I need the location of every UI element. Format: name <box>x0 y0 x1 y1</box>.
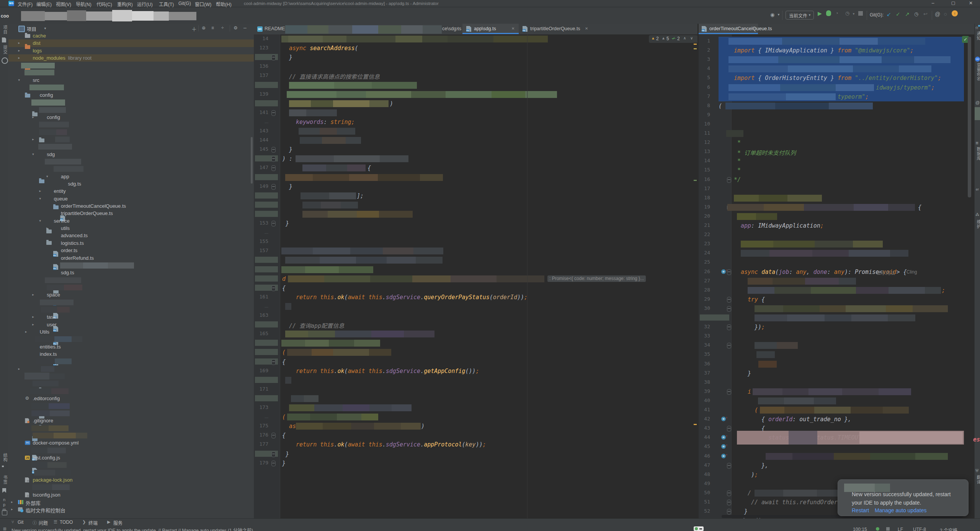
menu-item[interactable]: 文件(F) <box>18 1 33 7</box>
fold-marker[interactable] <box>727 426 731 432</box>
stripe-project[interactable]: 项目 <box>2 25 8 34</box>
bottom-tool-4[interactable]: 服务 <box>113 520 122 526</box>
fold-marker[interactable] <box>727 306 731 312</box>
tree-item-label[interactable]: jest.config.js <box>33 455 60 461</box>
tree-item-label[interactable]: node_modules <box>33 55 65 61</box>
tree-item-label[interactable]: 外部库 <box>26 499 41 507</box>
chevron-right-icon[interactable]: ▸ <box>11 500 13 504</box>
tree-item-label[interactable]: app <box>61 174 69 179</box>
chevron-right-icon[interactable]: ▸ <box>18 56 20 60</box>
stripe-notifications[interactable]: 通知 <box>975 31 980 41</box>
fold-marker[interactable] <box>727 389 731 395</box>
popup-restart-link[interactable]: Restart <box>852 507 869 513</box>
fold-marker[interactable] <box>727 500 731 505</box>
tree-item-label[interactable]: config <box>40 92 53 98</box>
window-icon[interactable] <box>2 510 7 515</box>
chevron-right-icon[interactable]: ▸ <box>18 49 20 52</box>
fold-marker[interactable] <box>727 324 731 330</box>
fold-marker[interactable] <box>727 177 731 183</box>
tab-active[interactable]: TSapp\sdg.ts✕ <box>462 24 519 34</box>
tree-item-label[interactable]: service <box>54 218 70 224</box>
user-caret-icon[interactable]: ▼ <box>777 13 780 16</box>
tab-active[interactable]: TSorderTimeoutCancelQueue.ts✕ <box>699 24 758 34</box>
chevron-down-icon[interactable]: ▾ <box>39 197 41 200</box>
stripe-bookmarks[interactable]: 书签 <box>2 475 8 484</box>
tree-item-label[interactable]: queue <box>54 196 68 202</box>
ai-icon[interactable]: @ <box>975 100 980 105</box>
menu-item[interactable]: 运行(U) <box>137 1 153 7</box>
search-everywhere-icon[interactable]: ◌ <box>944 11 947 17</box>
fold-marker[interactable] <box>271 221 276 226</box>
settings-icon[interactable]: ⚙ <box>234 25 238 31</box>
tab-readme[interactable]: README. <box>265 26 286 31</box>
tree-item-label[interactable]: sdg.ts <box>68 181 81 187</box>
stripe-var[interactable]: 变量命名 <box>975 63 980 81</box>
fold-marker[interactable] <box>727 269 731 275</box>
fold-marker[interactable] <box>271 359 276 365</box>
tree-item-label[interactable]: utils <box>61 225 70 231</box>
menu-item[interactable]: 帮助(H) <box>216 1 232 7</box>
menu-item[interactable]: 重构(R) <box>117 1 133 7</box>
prev-issue-icon[interactable]: ∧ <box>683 36 686 40</box>
tree-item-label[interactable]: advanced.ts <box>61 233 88 238</box>
tree-item-label[interactable]: .gitignore <box>33 418 53 423</box>
tree-item-label[interactable]: dist <box>33 40 40 46</box>
tab-close-icon[interactable]: ✕ <box>511 26 514 31</box>
file-icon[interactable] <box>2 37 6 42</box>
git-rollback-button[interactable]: ↩ <box>923 11 928 17</box>
tree-item-label[interactable]: index.ts <box>40 351 57 357</box>
chevron-right-icon[interactable]: ▸ <box>32 315 34 319</box>
structure-icon[interactable] <box>2 466 7 469</box>
menu-item[interactable]: Git(G) <box>178 1 191 6</box>
git-push-button[interactable]: ↗ <box>905 11 910 17</box>
db-icon[interactable]: ≣ <box>975 141 978 145</box>
fold-marker[interactable] <box>271 184 276 190</box>
fold-marker[interactable] <box>727 509 731 515</box>
tree-item-label[interactable]: orderTimeoutCancelQueue.ts <box>61 203 126 209</box>
line-ending[interactable]: LF <box>898 527 903 531</box>
fold-marker[interactable] <box>271 165 276 171</box>
menu-item[interactable]: 代码(C) <box>96 1 112 7</box>
tree-item-label[interactable]: cache <box>33 33 46 39</box>
tree-item-label[interactable]: logistics.ts <box>61 240 84 246</box>
tree-item-label[interactable]: entity <box>54 188 66 194</box>
fold-marker[interactable] <box>727 343 731 349</box>
git-update-button[interactable]: ↙ <box>887 11 891 17</box>
chevron-right-icon[interactable]: ▸ <box>18 41 20 45</box>
nodes-icon[interactable]: ⁂ <box>975 213 979 217</box>
stripe-database[interactable]: 数据库 <box>975 147 980 161</box>
caret-position[interactable]: 100:15 <box>853 527 867 531</box>
git-history-button[interactable]: ◷ <box>914 11 918 17</box>
rerun-caret-icon[interactable]: ▼ <box>852 12 855 16</box>
chevron-right-icon[interactable]: ▸ <box>32 293 34 296</box>
indent-setting[interactable]: 2 个空格 <box>940 527 957 531</box>
stripe-commit[interactable]: 提交 <box>2 45 8 54</box>
tree-item-label[interactable]: tsconfig.json <box>33 492 60 498</box>
commit-icon[interactable] <box>2 57 8 64</box>
project-panel-title[interactable]: 项目 <box>27 25 36 33</box>
tree-item-label[interactable]: tripartitleOrderQueue.ts <box>61 210 113 216</box>
tree-item-label[interactable]: Utils <box>40 329 49 335</box>
tab-third[interactable]: tripartitleOrderQueue.ts <box>530 26 580 31</box>
chevron-right-icon[interactable]: ▸ <box>25 93 27 97</box>
bottom-tool-2[interactable]: TODO <box>60 520 73 525</box>
chevron-right-icon[interactable]: ▸ <box>32 323 34 326</box>
tab-close-icon[interactable]: ✕ <box>752 26 755 31</box>
fold-marker[interactable] <box>271 55 276 60</box>
bottom-tool-1[interactable]: 问题 <box>39 520 48 526</box>
encoding[interactable]: UTF-8 <box>913 527 926 531</box>
minimize-button[interactable]: – <box>929 0 937 6</box>
fold-marker[interactable] <box>271 433 276 438</box>
run-button[interactable]: ▶ <box>818 10 822 16</box>
tree-item-label[interactable]: logs <box>33 48 42 54</box>
hide-icon[interactable]: – <box>243 24 247 31</box>
tree-item-label[interactable]: package-lock.json <box>33 477 72 483</box>
chevron-down-icon[interactable]: ▾ <box>18 78 20 82</box>
tree-item-label[interactable]: config <box>47 114 60 120</box>
tree-item-label[interactable]: orderRefund.ts <box>61 255 94 261</box>
inlay-hint[interactable]: Cling <box>906 269 917 275</box>
menu-item[interactable]: 视图(V) <box>56 1 71 7</box>
collapse-icon[interactable]: ≡ <box>211 25 214 31</box>
menu-item[interactable]: 导航(N) <box>76 1 91 7</box>
run-config-select[interactable]: 当前文件▼ <box>786 11 814 20</box>
